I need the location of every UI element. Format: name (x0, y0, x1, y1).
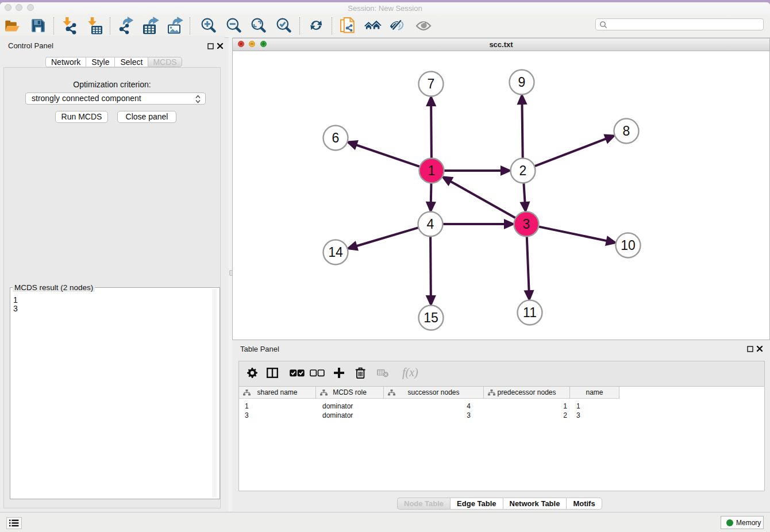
svg-text:10: 10 (621, 238, 636, 253)
svg-text:2: 2 (519, 163, 527, 178)
svg-text:7: 7 (428, 76, 435, 91)
svg-text:15: 15 (424, 310, 438, 325)
svg-text:6: 6 (332, 130, 340, 145)
svg-text:11: 11 (523, 305, 537, 320)
svg-text:9: 9 (518, 75, 526, 90)
svg-text:4: 4 (427, 217, 434, 232)
svg-text:1: 1 (428, 163, 436, 178)
svg-text:8: 8 (623, 124, 630, 138)
svg-text:14: 14 (328, 245, 343, 260)
svg-text:3: 3 (523, 217, 530, 232)
